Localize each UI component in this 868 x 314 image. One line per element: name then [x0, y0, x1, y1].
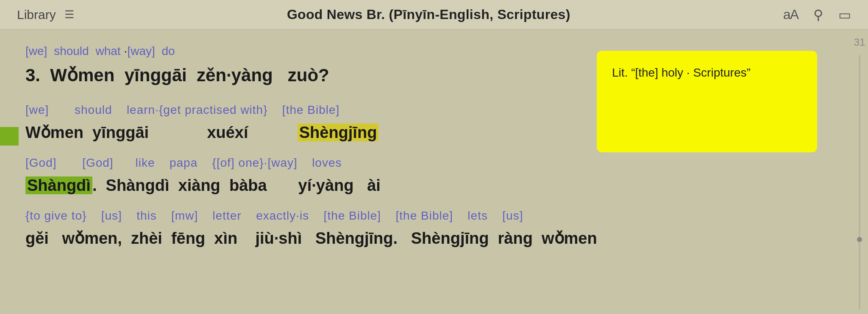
gloss-word: should: [56, 101, 112, 119]
scrollbar-thumb[interactable]: [857, 237, 862, 242]
gloss-word: should: [54, 42, 89, 60]
scrollbar-track[interactable]: [859, 55, 860, 310]
gloss-word: [mw]: [164, 207, 198, 225]
scrollbar-area: 31: [851, 30, 868, 314]
verse-3-pinyin: Shàngdì. Shàngdì xiàng bàba yí·yàng ài: [25, 174, 826, 198]
gloss-word: [us]: [495, 207, 523, 225]
book-title: Good News Br. (Pīnyīn-English, Scripture…: [287, 7, 570, 22]
gloss-word: lets: [460, 207, 488, 225]
gloss-word: [the Bible]: [316, 207, 381, 225]
gloss-word: [way]: [127, 42, 155, 60]
bookmark-icon[interactable]: ▭: [838, 7, 851, 23]
gloss-word: [God]: [25, 154, 56, 172]
gloss-word: what: [95, 42, 120, 60]
top-bar-left: Library ☰: [17, 8, 74, 22]
verse-3-gloss: [God] [God] like papa {[of] one}·[way] l…: [25, 154, 826, 172]
verse-block-3: [God] [God] like papa {[of] one}·[way] l…: [25, 154, 826, 198]
gloss-word: papa: [162, 154, 198, 172]
reading-area: [we] should what·[way] do 3. Wǒmen yīngg…: [0, 30, 851, 314]
tooltip-text: Lit. “[the] holy · Scriptures”: [612, 66, 751, 79]
gloss-word: loves: [305, 154, 342, 172]
gloss-word: this: [129, 207, 157, 225]
title-area: Good News Br. (Pīnyīn-English, Scripture…: [287, 7, 570, 22]
gloss-word: [we]: [25, 42, 47, 60]
main-content: [we] should what·[way] do 3. Wǒmen yīngg…: [0, 30, 868, 314]
shangdi-highlight: Shàngdì: [25, 176, 92, 194]
menu-icon[interactable]: ☰: [64, 8, 74, 21]
verse-4-pinyin: gěi wǒmen, zhèi fēng xìn jiù·shì Shèngjī…: [25, 226, 826, 251]
gloss-word: do: [162, 42, 175, 60]
gloss-word: like: [120, 154, 155, 172]
gloss-word: letter: [205, 207, 242, 225]
verse-block-4: {to give to} [us] this [mw] letter exact…: [25, 207, 826, 251]
gloss-word: [God]: [64, 154, 113, 172]
top-bar-right: aA ⚲ ▭: [783, 7, 851, 23]
gloss-word: [we]: [25, 101, 49, 119]
tooltip-popup: Lit. “[the] holy · Scriptures”: [597, 51, 817, 152]
gloss-word: [us]: [94, 207, 122, 225]
search-icon[interactable]: ⚲: [813, 7, 823, 23]
gloss-word: {[of] one}·[way]: [205, 154, 298, 172]
gloss-word: exactly·is: [249, 207, 309, 225]
font-size-icon[interactable]: aA: [783, 7, 798, 22]
gloss-word: [the Bible]: [275, 101, 339, 119]
gloss-word: {to give to}: [25, 207, 86, 225]
library-link[interactable]: Library: [17, 8, 56, 22]
shengijing-highlight-1: Shèngjīng: [298, 124, 379, 141]
top-bar: Library ☰ Good News Br. (Pīnyīn-English,…: [0, 0, 868, 30]
verse-4-gloss: {to give to} [us] this [mw] letter exact…: [25, 207, 826, 225]
page-number: 31: [854, 36, 865, 48]
gloss-word: learn·{get practised with}: [119, 101, 267, 119]
gloss-word: [the Bible]: [388, 207, 453, 225]
